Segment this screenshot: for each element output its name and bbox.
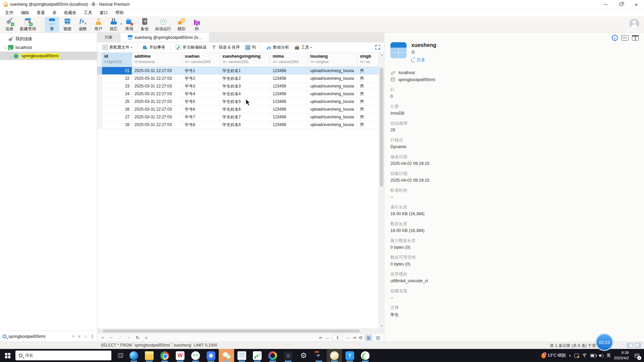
start-button[interactable] <box>0 349 15 362</box>
toolbar-button-model[interactable]: 模型 <box>174 17 189 33</box>
sidebar-item-localhost[interactable]: ⌄localhost <box>0 43 97 52</box>
expand-arrow-icon[interactable]: ⌄ <box>3 45 8 50</box>
column-header-id[interactable]: id#bigint(20) <box>102 53 132 67</box>
taskbar-app-wps[interactable]: W <box>172 349 188 362</box>
cell-touxiang[interactable]: upload/xuesheng_touxia <box>308 90 358 98</box>
hidden-icons-chevron[interactable]: ∧ <box>569 354 571 357</box>
menu-item-编辑[interactable]: 编辑 <box>17 9 33 16</box>
search-input[interactable]: springbootpe855rmi <box>8 334 69 339</box>
cell-xuehao[interactable]: 学号3 <box>182 82 220 90</box>
stop-button[interactable]: ■ <box>144 335 149 340</box>
sidebar-item-springbootpe855rmi[interactable]: ›springbootpe855rmi <box>0 52 97 60</box>
task-view-button[interactable] <box>115 349 126 362</box>
cell-xueshengxingming[interactable]: 学生姓名3 <box>220 82 270 90</box>
cell-mima[interactable]: 123456 <box>270 82 308 90</box>
scroll-up-icon[interactable]: ▲ <box>379 53 384 57</box>
info-tab-icon[interactable]: i <box>612 35 618 41</box>
columns-tab-icon[interactable] <box>632 35 639 41</box>
table-toolbar-button-tools-ic[interactable]: 工具▾ <box>292 43 314 52</box>
taskbar-app-qq[interactable] <box>188 349 203 362</box>
hscroll-thumb[interactable] <box>103 329 360 333</box>
first-page-icon[interactable]: ⇤ <box>319 335 323 340</box>
row-selector-gutter[interactable] <box>97 75 102 82</box>
cell-addtime[interactable]: 2025-03-31 22:27:03 <box>132 106 182 113</box>
toolbar-button-query[interactable]: 查询 <box>122 17 137 33</box>
cell-id[interactable]: 21 <box>102 67 132 74</box>
weather-widget[interactable]: 13°C 晴朗 <box>541 353 566 358</box>
cell-id[interactable]: 22 <box>102 75 132 82</box>
taskbar-app-edge[interactable] <box>126 349 142 362</box>
favorite-star-icon[interactable]: ☆ <box>83 334 89 339</box>
cell-mima[interactable]: 123456 <box>270 90 308 98</box>
cell-touxiang[interactable]: upload/xuesheng_touxia <box>308 113 358 121</box>
scroll-right-icon[interactable]: › <box>379 329 384 334</box>
fullscreen-toggle-icon[interactable] <box>375 45 380 50</box>
menu-item-收藏夹[interactable]: 收藏夹 <box>60 9 80 16</box>
table-row[interactable]: 262025-03-31 22:27:03学号6学生姓名6123456uploa… <box>97 106 384 113</box>
taskbar-app-explorer[interactable] <box>142 349 157 362</box>
speaker-icon[interactable] <box>599 354 604 358</box>
cell-mima[interactable]: 123456 <box>270 98 308 105</box>
taskbar-app-docs-t[interactable]: T <box>342 349 358 362</box>
horizontal-scrollbar[interactable]: ‹ › <box>97 328 384 333</box>
cell-addtime[interactable]: 2025-03-31 22:27:03 <box>132 82 182 90</box>
menu-item-表[interactable]: 表 <box>49 9 60 16</box>
cell-mima[interactable]: 123456 <box>270 75 308 82</box>
menu-item-帮助[interactable]: 帮助 <box>112 9 127 16</box>
cell-id[interactable]: 28 <box>102 121 132 128</box>
column-header-touxiang[interactable]: touxiangABClongtext <box>308 53 358 67</box>
cell-xueshengxingming[interactable]: 学生姓名8 <box>220 121 270 128</box>
refresh-button[interactable]: ↻ <box>135 335 140 340</box>
toggle-left-panel-icon[interactable] <box>627 343 633 348</box>
cell-xueshengxingming[interactable]: 学生姓名1 <box>220 67 270 74</box>
vertical-scrollbar[interactable]: ▲ ▼ <box>379 53 384 328</box>
cell-touxiang[interactable]: upload/xuesheng_touxia <box>308 82 358 90</box>
cell-touxiang[interactable]: upload/xuesheng_touxia <box>308 106 358 113</box>
table-toolbar-button-profile[interactable]: 表配置文件▾ <box>101 43 134 52</box>
taskbar-app-settings-gear[interactable]: ⚙ <box>296 349 311 362</box>
minimize-button[interactable] <box>598 0 613 9</box>
taskbar-search[interactable]: 搜索 <box>15 351 111 360</box>
cell-addtime[interactable]: 2025-03-31 22:27:03 <box>132 90 182 98</box>
table-row[interactable]: 272025-03-31 22:27:03学号7学生姓名7123456uploa… <box>97 113 384 121</box>
vscroll-thumb[interactable] <box>380 68 383 187</box>
cell-touxiang[interactable]: upload/xuesheng_touxia <box>308 98 358 105</box>
table-toolbar-button-filter[interactable]: 筛选 & 排序 <box>210 43 242 52</box>
toolbar-button-new-query[interactable]: +新建查询 <box>17 17 38 33</box>
taskbar-app-color-wheel[interactable] <box>265 349 280 362</box>
last-page-icon[interactable]: ⇥ <box>352 335 356 340</box>
close-button[interactable]: × <box>629 0 644 9</box>
row-selector-gutter[interactable] <box>97 98 102 105</box>
filter-menu-icon[interactable]: ≡ <box>77 334 81 339</box>
taskbar-clock[interactable]: 9:39 2025/4/2 <box>614 350 629 361</box>
taskbar-app-notepad[interactable] <box>234 349 250 362</box>
taskbar-app-sync[interactable] <box>358 349 373 362</box>
cell-touxiang[interactable]: upload/xuesheng_touxia <box>308 121 358 128</box>
menu-item-窗口[interactable]: 窗口 <box>96 9 112 16</box>
toolbar-button-function[interactable]: 函数 <box>75 17 90 33</box>
cell-id[interactable]: 26 <box>102 106 132 113</box>
scroll-left-icon[interactable]: ‹ <box>97 329 102 334</box>
cell-addtime[interactable]: 2025-03-31 22:27:03 <box>132 113 182 121</box>
cell-mima[interactable]: 123456 <box>270 67 308 74</box>
page-number-box[interactable]: 1 <box>332 335 342 341</box>
cell-addtime[interactable]: 2025-03-31 22:27:03 <box>132 121 182 128</box>
battery-icon[interactable] <box>590 354 596 357</box>
table-row[interactable]: 222025-03-31 22:27:03学号2学生姓名2123456uploa… <box>97 75 384 82</box>
toolbar-button-backup[interactable]: 备份 <box>137 17 152 33</box>
ime-indicator[interactable]: 英 <box>607 353 611 358</box>
table-row[interactable]: 232025-03-31 22:27:03学号3学生姓名3123456uploa… <box>97 82 384 90</box>
grid-view-toggle[interactable]: ▦ <box>365 335 372 341</box>
cell-xueshengxingming[interactable]: 学生姓名5 <box>220 98 270 105</box>
clear-search-icon[interactable]: × <box>71 334 75 339</box>
discard-changes-button[interactable]: × <box>126 335 131 340</box>
menu-item-查看[interactable]: 查看 <box>33 9 49 16</box>
row-selector-gutter[interactable] <box>97 82 102 90</box>
column-header-xuehao[interactable]: xuehaoABCvarchar(200) <box>182 53 220 67</box>
table-row[interactable]: 212025-03-31 22:27:03学号1学生姓名1123456uploa… <box>97 67 384 75</box>
cell-touxiang[interactable]: upload/xuesheng_touxia <box>308 75 358 82</box>
cell-addtime[interactable]: 2025-03-31 22:27:03 <box>132 67 182 74</box>
toolbar-button-bi[interactable]: BI <box>190 17 204 32</box>
cell-xuehao[interactable]: 学号4 <box>182 90 220 98</box>
cell-mima[interactable]: 123456 <box>270 106 308 113</box>
